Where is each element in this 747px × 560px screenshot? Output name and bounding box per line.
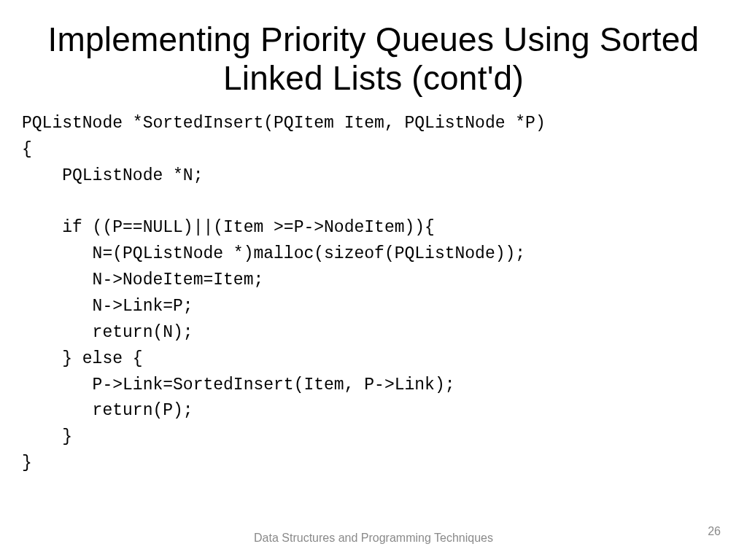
- page-number: 26: [708, 525, 721, 538]
- slide-footer: Data Structures and Programming Techniqu…: [0, 531, 747, 545]
- slide-title: Implementing Priority Queues Using Sorte…: [22, 20, 725, 98]
- code-block: PQListNode *SortedInsert(PQItem Item, PQ…: [22, 111, 725, 477]
- slide: Implementing Priority Queues Using Sorte…: [0, 0, 747, 560]
- footer-text: Data Structures and Programming Techniqu…: [254, 531, 493, 545]
